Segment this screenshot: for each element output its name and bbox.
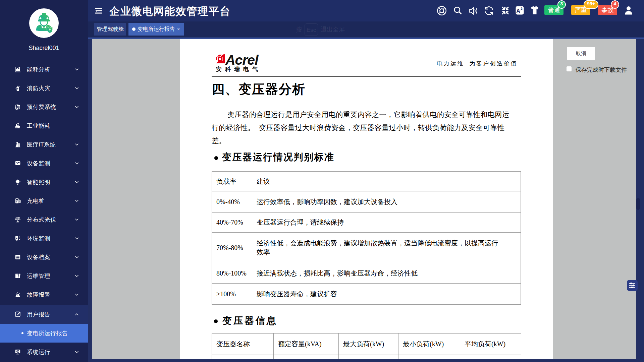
svg-text:文: 文: [520, 7, 523, 10]
